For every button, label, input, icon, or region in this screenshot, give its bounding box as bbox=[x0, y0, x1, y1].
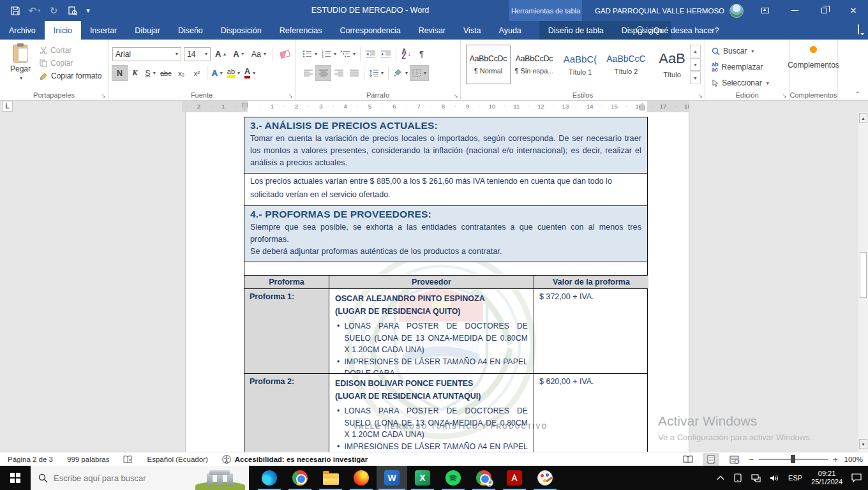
tab-stop-selector[interactable]: L bbox=[2, 101, 13, 112]
find-button[interactable]: Buscar▾ bbox=[712, 45, 769, 57]
style-titulo-1[interactable]: AaBbC( Título 1 bbox=[558, 45, 602, 84]
search-input[interactable] bbox=[54, 473, 181, 483]
justify-button[interactable] bbox=[347, 66, 361, 80]
align-right-button[interactable] bbox=[331, 66, 346, 80]
collapse-ribbon-icon[interactable]: ⌃ bbox=[855, 91, 860, 98]
share-comments-icon[interactable] bbox=[858, 25, 859, 34]
vertical-scrollbar[interactable]: ▲ ▼ bbox=[858, 112, 868, 452]
taskbar-edge[interactable] bbox=[254, 466, 285, 490]
tab-vista[interactable]: Vista bbox=[454, 21, 490, 40]
shading-button[interactable]: ▾ bbox=[391, 66, 410, 80]
borders-button[interactable]: ▾ bbox=[410, 66, 428, 80]
format-painter-button[interactable]: Copiar formato bbox=[40, 71, 101, 80]
tab-dibujar[interactable]: Dibujar bbox=[126, 21, 169, 40]
addins-button[interactable]: Complementos bbox=[789, 46, 837, 70]
scrollbar-thumb[interactable] bbox=[860, 252, 867, 298]
cut-button[interactable]: Cortar bbox=[40, 46, 101, 55]
tab-diseno[interactable]: Diseño bbox=[169, 21, 212, 40]
proofing-icon[interactable] bbox=[123, 456, 133, 464]
paste-button[interactable]: Pegar ▾ bbox=[6, 45, 34, 91]
change-case-button[interactable]: Aa▾ bbox=[250, 47, 268, 61]
numbering-button[interactable]: 123▾ bbox=[320, 47, 338, 61]
tray-chevron-icon[interactable] bbox=[717, 475, 724, 480]
read-mode-icon[interactable] bbox=[680, 453, 696, 466]
zoom-thumb[interactable] bbox=[791, 455, 795, 463]
zoom-slider[interactable]: − + bbox=[749, 455, 837, 464]
line-spacing-button[interactable]: ▾ bbox=[367, 66, 385, 80]
taskbar-chrome[interactable] bbox=[285, 466, 315, 490]
style-titulo-2[interactable]: AaBbCcC Título 2 bbox=[604, 45, 648, 84]
save-icon[interactable] bbox=[6, 2, 24, 20]
taskbar-firefox[interactable] bbox=[346, 466, 377, 490]
copy-button[interactable]: Copiar bbox=[40, 59, 101, 68]
decrease-indent-button[interactable] bbox=[363, 47, 378, 61]
styles-scroll-down-icon[interactable]: ▼ bbox=[690, 58, 701, 71]
tab-inicio[interactable]: Inicio bbox=[45, 21, 81, 40]
zoom-in-icon[interactable]: + bbox=[833, 455, 838, 464]
strikethrough-button[interactable]: abc bbox=[158, 66, 174, 80]
tab-revisar[interactable]: Revisar bbox=[410, 21, 454, 40]
print-layout-icon[interactable] bbox=[703, 453, 719, 466]
style-normal[interactable]: AaBbCcDc ¶ Normal bbox=[466, 45, 511, 84]
close-icon[interactable]: × bbox=[839, 0, 868, 21]
align-center-button[interactable] bbox=[316, 66, 331, 80]
bullets-button[interactable]: ▾ bbox=[301, 47, 319, 61]
taskbar-chrome-profile[interactable] bbox=[468, 466, 499, 490]
tab-disposicion[interactable]: Disposición bbox=[212, 21, 271, 40]
styles-gallery-more-icon[interactable]: ▼ bbox=[690, 71, 701, 84]
increase-indent-button[interactable] bbox=[378, 47, 393, 61]
underline-button[interactable]: S▾ bbox=[143, 66, 158, 80]
tray-network-icon[interactable] bbox=[751, 474, 761, 482]
ribbon-display-options-icon[interactable] bbox=[751, 0, 780, 21]
tray-clock[interactable]: 09:21 25/1/2024 bbox=[811, 470, 842, 486]
start-button[interactable] bbox=[0, 466, 31, 490]
taskbar-word-active[interactable] bbox=[377, 466, 407, 490]
align-left-button[interactable] bbox=[301, 66, 315, 80]
search-highlight-image[interactable] bbox=[193, 467, 248, 490]
show-hide-marks-button[interactable]: ¶ bbox=[414, 47, 429, 61]
font-family-combo[interactable]: Arial▾ bbox=[112, 47, 181, 61]
font-size-combo[interactable]: 14▾ bbox=[184, 47, 211, 61]
styles-scroll-up-icon[interactable]: ▲ bbox=[690, 45, 701, 57]
clear-formatting-button[interactable] bbox=[278, 47, 292, 61]
taskbar-excel[interactable] bbox=[407, 466, 438, 490]
minimize-icon[interactable] bbox=[780, 0, 809, 21]
taskbar-file-explorer[interactable] bbox=[315, 466, 346, 490]
proformas-table[interactable]: Proforma Proveedor Valor de la proforma … bbox=[244, 275, 648, 452]
document-page[interactable]: VALLE HERMOSO TURÍSTICO Y PRODUCTIVO 3.-… bbox=[185, 112, 689, 452]
account-info[interactable]: GAD PARROQUIAL VALLE HERMOSO bbox=[595, 0, 744, 21]
zoom-track[interactable] bbox=[759, 459, 828, 460]
select-button[interactable]: Seleccionar▾ bbox=[712, 77, 769, 89]
multilevel-list-button[interactable]: ▾ bbox=[339, 47, 357, 61]
bold-button[interactable]: N bbox=[112, 66, 127, 80]
clipboard-dialog-launcher-icon[interactable]: ↘ bbox=[101, 93, 106, 99]
restore-icon[interactable] bbox=[809, 0, 839, 21]
word-count[interactable]: 999 palabras bbox=[67, 456, 110, 463]
taskbar-paint[interactable] bbox=[530, 466, 560, 490]
undo-icon[interactable]: ↶▾ bbox=[26, 2, 43, 20]
zoom-out-icon[interactable]: − bbox=[749, 455, 754, 464]
language-indicator[interactable]: Español (Ecuador) bbox=[147, 456, 207, 463]
tray-language-badge[interactable]: ESP bbox=[788, 474, 802, 482]
styles-dialog-launcher-icon[interactable]: ↘ bbox=[698, 93, 703, 99]
taskbar-search-box[interactable] bbox=[31, 466, 249, 490]
highlight-button[interactable]: ab▾ bbox=[225, 66, 242, 80]
zoom-level[interactable]: 100% bbox=[844, 456, 863, 463]
web-layout-icon[interactable] bbox=[726, 453, 742, 466]
tab-insertar[interactable]: Insertar bbox=[81, 21, 126, 40]
scroll-down-icon[interactable]: ▼ bbox=[859, 439, 867, 449]
tab-ayuda[interactable]: Ayuda bbox=[490, 21, 530, 40]
superscript-button[interactable]: x² bbox=[190, 66, 204, 80]
redo-icon[interactable]: ↻ bbox=[45, 2, 63, 20]
qat-customize-icon[interactable]: ▾ bbox=[83, 2, 93, 20]
tray-tablet-mode-icon[interactable] bbox=[733, 473, 742, 482]
replace-button[interactable]: abac Reemplazar bbox=[712, 61, 769, 73]
taskbar-spotify[interactable] bbox=[438, 466, 468, 490]
page-indicator[interactable]: Página 2 de 3 bbox=[8, 456, 53, 463]
style-titulo[interactable]: AaB Título bbox=[650, 45, 694, 84]
grow-font-button[interactable]: A▲ bbox=[213, 47, 228, 61]
paragraph-dialog-launcher-icon[interactable]: ↘ bbox=[453, 93, 458, 99]
italic-button[interactable]: K bbox=[128, 66, 142, 80]
style-sin-espaciado[interactable]: AaBbCcDc ¶ Sin espa... bbox=[512, 45, 557, 84]
font-dialog-launcher-icon[interactable]: ↘ bbox=[288, 93, 293, 99]
